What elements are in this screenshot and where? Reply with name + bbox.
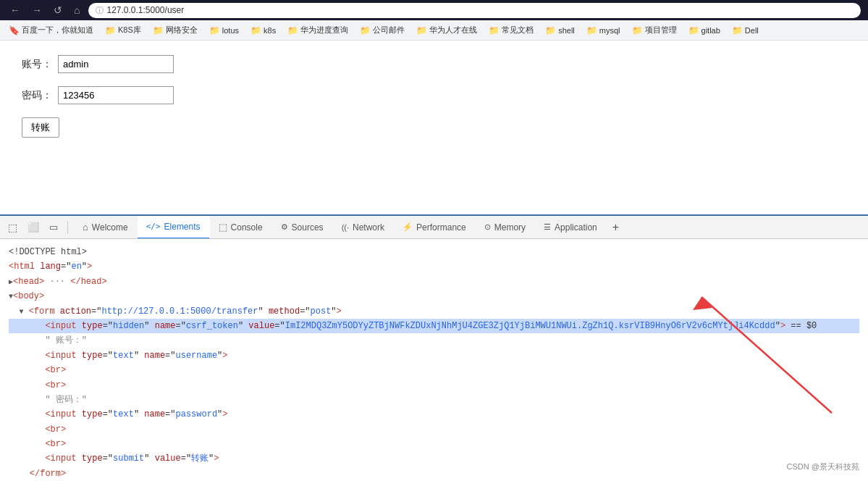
bookmark-project[interactable]: 📁 项目管理 xyxy=(628,23,681,37)
tab-memory[interactable]: ⊙ Memory xyxy=(476,216,535,238)
html-line-account-text: " 账号：" xyxy=(9,333,859,348)
account-input[interactable] xyxy=(58,55,174,73)
html-line-br2: <br> xyxy=(9,378,859,393)
password-row: 密码： xyxy=(22,86,846,104)
application-icon: ☰ xyxy=(544,222,551,232)
elements-panel[interactable]: <!DOCTYPE html> <html lang="en"> ▶<head>… xyxy=(0,239,868,478)
tab-performance-label: Performance xyxy=(416,222,466,233)
html-line-submit-input: <input type="submit" value="转账"> xyxy=(9,451,859,466)
bookmark-k8s2[interactable]: 📁 k8s xyxy=(246,24,280,37)
html-line-form-close: </form> xyxy=(9,467,859,478)
bookmark-lotus[interactable]: 📁 lotus xyxy=(205,24,243,37)
tab-network-label: Network xyxy=(353,222,384,233)
bookmark-mysql[interactable]: 📁 mysql xyxy=(582,24,625,37)
console-icon: ⬚ xyxy=(219,222,227,233)
tab-application-label: Application xyxy=(555,222,597,233)
csdn-watermark: CSDN @景天科技苑 xyxy=(787,461,859,472)
password-label: 密码： xyxy=(22,89,52,102)
bookmark-gitlab[interactable]: 📁 gitlab xyxy=(684,24,725,37)
bookmarks-bar: 🔖 百度一下，你就知道 📁 K8S库 📁 网络安全 📁 lotus 📁 k8s … xyxy=(0,20,868,41)
bookmark-email[interactable]: 📁 公司邮件 xyxy=(355,23,409,37)
account-label: 账号： xyxy=(22,58,52,71)
address-bar[interactable]: ⓘ 127.0.0.1:5000/user xyxy=(88,3,861,18)
address-icon: ⓘ xyxy=(96,5,104,16)
bookmark-k8s[interactable]: 📁 K8S库 xyxy=(101,23,146,37)
nav-forward-button[interactable]: → xyxy=(29,3,45,17)
tab-performance[interactable]: ⚡ Performance xyxy=(394,216,476,238)
tab-welcome-label: Welcome xyxy=(92,222,128,233)
html-line-password-input: <input type="text" name="password"> xyxy=(9,407,859,422)
bookmark-shell[interactable]: 📁 shell xyxy=(541,24,579,37)
html-line-head[interactable]: ▶<head> ··· </head> xyxy=(9,275,859,289)
html-line-html: <html lang="en"> xyxy=(9,259,859,274)
html-line-form[interactable]: ▼ <form action="http://127.0.0.1:5000/tr… xyxy=(9,304,859,319)
devtools-panel: ⬚ ⬜ ▭ ⌂ Welcome </> Elements ⬚ Console ⚙ xyxy=(0,214,868,478)
html-line-br3: <br> xyxy=(9,422,859,437)
devtools-tabs: ⌂ Welcome </> Elements ⬚ Console ⚙ Sourc… xyxy=(74,216,625,238)
tab-memory-label: Memory xyxy=(494,222,526,233)
html-line-body-open[interactable]: ▼<body> xyxy=(9,289,859,304)
submit-row: 转账 xyxy=(22,117,846,138)
page-content: 账号： 密码： 转账 xyxy=(0,41,868,214)
html-line-br4: <br> xyxy=(9,437,859,451)
browser-title-bar: ← → ↺ ⌂ ⓘ 127.0.0.1:5000/user xyxy=(0,0,868,20)
tab-console[interactable]: ⬚ Console xyxy=(210,216,272,238)
tab-elements-label: Elements xyxy=(164,222,201,232)
tab-welcome[interactable]: ⌂ Welcome xyxy=(74,216,138,238)
html-line-csrf: <input type="hidden" name="csrf_token" v… xyxy=(9,319,859,333)
nav-refresh-button[interactable]: ↺ xyxy=(51,3,65,17)
bookmark-network-security[interactable]: 📁 网络安全 xyxy=(148,23,202,37)
performance-icon: ⚡ xyxy=(403,222,413,232)
tab-application[interactable]: ☰ Application xyxy=(535,216,607,238)
tab-sources[interactable]: ⚙ Sources xyxy=(272,216,333,238)
memory-icon: ⊙ xyxy=(484,222,491,232)
html-line-password-text: " 密码：" xyxy=(9,393,859,407)
account-row: 账号： xyxy=(22,55,846,73)
submit-button[interactable]: 转账 xyxy=(22,117,59,138)
password-input[interactable] xyxy=(58,86,174,104)
tab-network[interactable]: ((· Network xyxy=(333,216,394,238)
devtools-panel-button[interactable]: ▭ xyxy=(46,219,62,235)
tab-console-label: Console xyxy=(231,222,263,233)
toolbar-separator xyxy=(67,221,68,234)
bookmark-huawei[interactable]: 📁 华为进度查询 xyxy=(283,23,353,37)
sources-icon: ⚙ xyxy=(281,222,288,232)
tab-add-button[interactable]: + xyxy=(607,221,625,234)
tab-elements[interactable]: </> Elements xyxy=(138,216,210,238)
bookmark-baidu[interactable]: 🔖 百度一下，你就知道 xyxy=(4,23,98,37)
elements-icon: </> xyxy=(146,222,161,231)
devtools-toolbar: ⬚ ⬜ ▭ ⌂ Welcome </> Elements ⬚ Console ⚙ xyxy=(0,216,868,239)
devtools-cursor-button[interactable]: ⬚ xyxy=(4,219,21,235)
devtools-device-button[interactable]: ⬜ xyxy=(24,219,43,235)
html-line-doctype: <!DOCTYPE html> xyxy=(9,245,859,259)
bookmark-huawei-talent[interactable]: 📁 华为人才在线 xyxy=(412,23,481,37)
address-url: 127.0.0.1:5000/user xyxy=(106,5,184,15)
html-line-br1: <br> xyxy=(9,363,859,377)
nav-home-button[interactable]: ⌂ xyxy=(71,3,83,17)
bookmark-dell[interactable]: 📁 Dell xyxy=(728,24,763,37)
html-line-username-input: <input type="text" name="username"> xyxy=(9,348,859,363)
devtools-body: <!DOCTYPE html> <html lang="en"> ▶<head>… xyxy=(0,239,868,478)
welcome-icon: ⌂ xyxy=(83,222,88,233)
bookmark-docs[interactable]: 📁 常见文档 xyxy=(484,23,538,37)
nav-back-button[interactable]: ← xyxy=(7,3,23,17)
tab-sources-label: Sources xyxy=(292,222,324,233)
network-icon: ((· xyxy=(342,223,349,232)
